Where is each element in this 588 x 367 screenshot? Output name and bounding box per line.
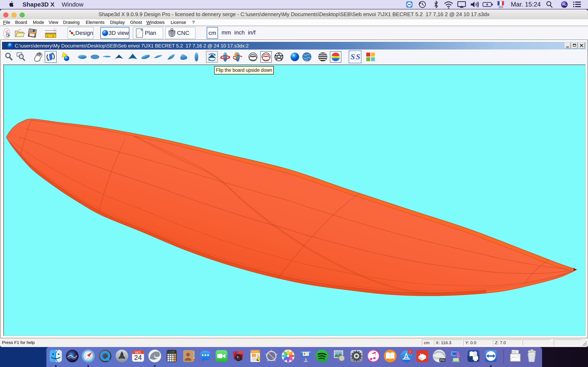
svg-text:0: 0 xyxy=(53,35,54,37)
svg-text:S: S xyxy=(356,52,360,61)
svg-text:1: 1 xyxy=(409,350,411,353)
svg-text:Pro: Pro xyxy=(440,359,445,362)
svg-text:S: S xyxy=(351,52,355,61)
svg-text:1: 1 xyxy=(47,35,48,37)
svg-text:24: 24 xyxy=(134,354,142,361)
svg-text:PAGES: PAGES xyxy=(252,350,258,352)
svg-text:3.141593: 3.141593 xyxy=(167,351,175,353)
